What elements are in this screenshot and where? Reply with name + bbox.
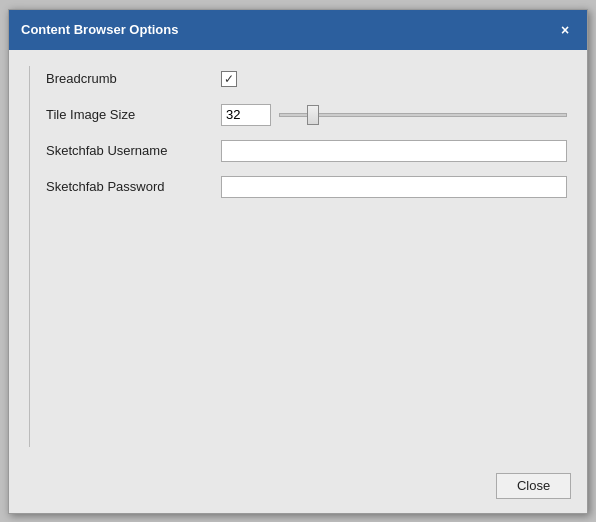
dialog-footer: Close [9,463,587,513]
breadcrumb-checkbox[interactable]: ✓ [221,71,237,87]
breadcrumb-control: ✓ [221,71,567,87]
dialog-window: Content Browser Options × Breadcrumb ✓ [8,9,588,514]
dialog-body: Breadcrumb ✓ Tile Image Size [9,50,587,513]
sketchfab-username-control [221,140,567,162]
sketchfab-password-row: Sketchfab Password [46,174,567,200]
sketchfab-password-label: Sketchfab Password [46,179,221,194]
tile-image-size-control [221,104,567,126]
sketchfab-username-input[interactable] [221,140,567,162]
tile-image-size-label: Tile Image Size [46,107,221,122]
tile-image-size-row: Tile Image Size [46,102,567,128]
sketchfab-username-label: Sketchfab Username [46,143,221,158]
divider [29,66,30,447]
title-bar: Content Browser Options × [9,10,587,50]
close-dialog-button[interactable]: Close [496,473,571,499]
form-area: Breadcrumb ✓ Tile Image Size [46,66,567,447]
content-area: Breadcrumb ✓ Tile Image Size [9,50,587,463]
tile-size-input[interactable] [221,104,271,126]
title-bar-close-button[interactable]: × [555,20,575,40]
breadcrumb-row: Breadcrumb ✓ [46,66,567,92]
checkbox-checkmark: ✓ [224,73,234,85]
sketchfab-password-control [221,176,567,198]
tile-size-slider[interactable] [279,113,567,117]
sketchfab-password-input[interactable] [221,176,567,198]
breadcrumb-label: Breadcrumb [46,71,221,86]
dialog-title: Content Browser Options [21,22,178,37]
sketchfab-username-row: Sketchfab Username [46,138,567,164]
